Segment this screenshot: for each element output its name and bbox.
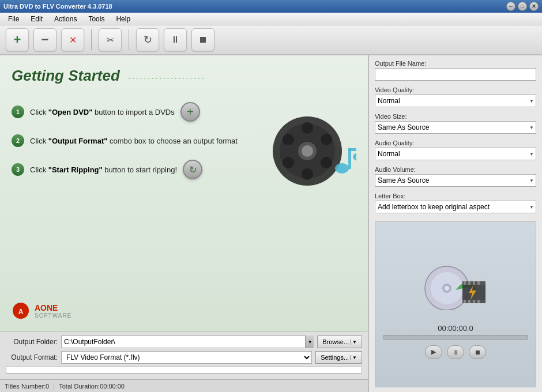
right-panel: Output File Name: Video Quality: Normal … bbox=[369, 55, 542, 392]
output-format-combo: FLV Video Format (*.flv) bbox=[61, 351, 312, 364]
getting-started-header: Getting Started · · · · · · · · · · · · … bbox=[0, 55, 368, 96]
output-folder-label: Output Folder: bbox=[6, 338, 58, 346]
svg-point-8 bbox=[283, 157, 294, 168]
remove-button[interactable]: − bbox=[33, 28, 57, 51]
titles-value: 0 bbox=[46, 383, 49, 390]
video-quality-field: Video Quality: Normal High Low Custom bbox=[375, 86, 536, 107]
menu-tools[interactable]: Tools bbox=[82, 14, 110, 24]
progress-bar bbox=[6, 367, 362, 374]
preview-pause-button[interactable]: ⏸ bbox=[447, 345, 464, 359]
svg-rect-29 bbox=[473, 300, 475, 303]
logo-text: AONE SOFTWARE bbox=[35, 303, 71, 319]
step-3-number: 3 bbox=[12, 163, 24, 176]
svg-rect-23 bbox=[464, 281, 466, 285]
time-display: 00:00:00.0 bbox=[438, 324, 473, 333]
cut-button[interactable]: ✂ bbox=[99, 28, 122, 51]
toolbar-separator-1 bbox=[91, 29, 92, 50]
maximize-button[interactable]: □ bbox=[518, 2, 527, 11]
duration-value: 00:00:00 bbox=[100, 383, 125, 390]
step-2-text: Click "Output Format" combo box to choos… bbox=[30, 137, 238, 145]
progress-bar-row bbox=[6, 367, 362, 374]
step-2-bold: "Output Format" bbox=[48, 137, 108, 145]
settings-dropdown-arrow[interactable]: ▼ bbox=[350, 355, 357, 360]
menu-actions[interactable]: Actions bbox=[48, 14, 82, 24]
decoration-dots: · · · · · · · · · · · · · · · · · · · · bbox=[129, 74, 204, 82]
svg-point-4 bbox=[302, 122, 313, 134]
app-title: Ultra DVD to FLV Converter 4.3.0718 bbox=[3, 3, 112, 10]
browse-dropdown-arrow[interactable]: ▼ bbox=[350, 340, 357, 345]
status-divider bbox=[54, 382, 54, 390]
clear-button[interactable]: ✕ bbox=[61, 28, 84, 51]
output-folder-dropdown[interactable]: ▼ bbox=[306, 336, 314, 348]
open-dvd-icon[interactable]: + bbox=[180, 102, 200, 122]
window-controls: ─ □ ✕ bbox=[506, 2, 539, 11]
letterbox-label: Letter Box: bbox=[375, 193, 536, 199]
preview-controls: ▶ ⏸ ⏹ bbox=[425, 342, 486, 363]
audio-volume-select-wrap: Same As Source 50% 100% 150% 200% bbox=[375, 174, 536, 187]
audio-volume-select[interactable]: Same As Source 50% 100% 150% 200% bbox=[375, 174, 536, 187]
letterbox-select-wrap: Add letterbox to keep original aspect St… bbox=[375, 201, 536, 213]
output-folder-input[interactable] bbox=[61, 336, 306, 348]
bottom-fields: Output Folder: ▼ Browse... ▼ Output Form… bbox=[0, 331, 368, 379]
start-ripping-icon[interactable]: ↻ bbox=[183, 160, 202, 179]
pause-button[interactable]: ⏸ bbox=[164, 28, 187, 51]
menu-file[interactable]: File bbox=[2, 14, 25, 24]
svg-rect-25 bbox=[473, 281, 475, 285]
duration-label: Total Duration: bbox=[59, 383, 100, 390]
audio-quality-select-wrap: Normal High Low Custom bbox=[375, 148, 536, 160]
audio-quality-label: Audio Quality: bbox=[375, 140, 536, 146]
main-layout: Getting Started · · · · · · · · · · · · … bbox=[0, 55, 542, 392]
svg-point-3 bbox=[302, 145, 313, 157]
toolbar-separator-2 bbox=[129, 29, 129, 50]
video-quality-select-wrap: Normal High Low Custom bbox=[375, 95, 536, 107]
svg-rect-11 bbox=[348, 148, 351, 169]
settings-button[interactable]: Settings... ▼ bbox=[315, 351, 362, 364]
browse-button[interactable]: Browse... ▼ bbox=[317, 336, 362, 348]
preview-play-button[interactable]: ▶ bbox=[425, 345, 442, 359]
stop-button[interactable]: ⏹ bbox=[191, 28, 214, 51]
preview-progress-bar[interactable] bbox=[383, 335, 528, 340]
preview-stop-button[interactable]: ⏹ bbox=[469, 345, 486, 359]
svg-point-6 bbox=[321, 157, 332, 168]
output-filename-input[interactable] bbox=[375, 68, 536, 81]
svg-point-7 bbox=[302, 168, 313, 180]
menu-help[interactable]: Help bbox=[110, 14, 136, 24]
output-filename-label: Output File Name: bbox=[375, 60, 536, 67]
video-size-field: Video Size: Same As Source 320x240 640x4… bbox=[375, 113, 536, 134]
step-3-bold: "Start Ripping" bbox=[48, 165, 103, 174]
svg-rect-26 bbox=[477, 281, 480, 285]
step-1-bold: "Open DVD" bbox=[48, 108, 93, 116]
audio-volume-label: Audio Volume: bbox=[375, 166, 536, 173]
svg-rect-24 bbox=[468, 281, 471, 285]
steps-area: 1 Click "Open DVD" button to import a DV… bbox=[0, 96, 368, 296]
step-3-text: Click "Start Ripping" button to start ri… bbox=[30, 165, 177, 174]
letterbox-field: Letter Box: Add letterbox to keep origin… bbox=[375, 193, 536, 213]
close-button[interactable]: ✕ bbox=[529, 2, 539, 11]
menu-bar: File Edit Actions Tools Help bbox=[0, 13, 542, 25]
output-folder-combo: ▼ bbox=[61, 336, 314, 348]
film-reel-illustration bbox=[264, 102, 356, 194]
audio-quality-select[interactable]: Normal High Low Custom bbox=[375, 148, 536, 160]
video-quality-label: Video Quality: bbox=[375, 86, 536, 93]
step-1-number: 1 bbox=[12, 105, 24, 118]
svg-point-5 bbox=[321, 134, 332, 145]
toolbar: + − ✕ ✂ ↻ ⏸ ⏹ bbox=[0, 25, 542, 55]
svg-point-10 bbox=[335, 163, 349, 174]
audio-quality-field: Audio Quality: Normal High Low Custom bbox=[375, 140, 536, 160]
video-quality-select[interactable]: Normal High Low Custom bbox=[375, 95, 536, 107]
add-button[interactable]: + bbox=[6, 28, 29, 51]
title-bar: Ultra DVD to FLV Converter 4.3.0718 ─ □ … bbox=[0, 0, 542, 13]
minimize-button[interactable]: ─ bbox=[506, 2, 515, 11]
step-1-text: Click "Open DVD" button to import a DVDs bbox=[30, 108, 175, 116]
preview-illustration bbox=[421, 258, 490, 310]
video-size-select-wrap: Same As Source 320x240 640x480 1280x720 bbox=[375, 121, 536, 134]
video-size-select[interactable]: Same As Source 320x240 640x480 1280x720 bbox=[375, 121, 536, 134]
aone-logo-icon: A bbox=[12, 301, 30, 320]
letterbox-select[interactable]: Add letterbox to keep original aspect St… bbox=[375, 201, 536, 213]
menu-edit[interactable]: Edit bbox=[25, 14, 48, 24]
svg-point-13 bbox=[353, 153, 356, 161]
svg-point-9 bbox=[283, 134, 294, 145]
refresh-button[interactable]: ↻ bbox=[136, 28, 159, 51]
svg-rect-27 bbox=[464, 300, 466, 303]
output-format-select[interactable]: FLV Video Format (*.flv) bbox=[61, 351, 312, 364]
